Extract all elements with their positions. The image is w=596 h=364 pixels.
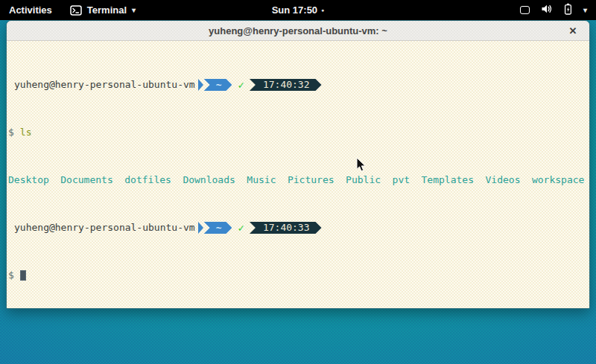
prompt-cwd-segment: ~ [204,79,232,91]
directory-name: Pictures [288,174,335,186]
prompt-time: 17:40:33 [263,222,310,234]
window-titlebar[interactable]: yuheng@henry-personal-ubuntu-vm: ~ ✕ [7,21,589,41]
prompt-cwd-segment: ~ [204,222,232,234]
terminal-app-icon [70,5,82,16]
directory-name: dotfiles [124,174,171,186]
prompt-line-2: yuheng@henry-personal-ubuntu-vm ~ ✓ 17:4… [8,222,588,234]
battery-charging-icon [564,3,572,17]
gnome-top-bar: Activities Terminal ▾ Sun 17:50 ● [0,0,596,20]
terminal-window: yuheng@henry-personal-ubuntu-vm: ~ ✕ yuh… [6,20,590,309]
notification-dot-icon: ● [321,7,324,13]
prompt-cwd: ~ [216,79,222,91]
window-title: yuheng@henry-personal-ubuntu-vm: ~ [209,25,387,36]
directory-name: Desktop [8,174,49,186]
directory-name: Documents [60,174,112,186]
activities-label: Activities [9,4,52,16]
prompt-time: 17:40:32 [263,79,310,91]
prompt-time-segment: 17:40:33 [250,222,322,234]
clock-button[interactable]: Sun 17:50 ● [272,4,325,16]
activities-button[interactable]: Activities [0,0,63,20]
directory-name: Templates [422,174,474,186]
input-line: $ [8,269,588,281]
system-tray-menu[interactable]: ▾ [520,0,596,20]
ls-output-line: Desktop Documents dotfiles Downloads Mus… [8,174,588,186]
terminal-content[interactable]: yuheng@henry-personal-ubuntu-vm ~ ✓ 17:4… [7,41,589,309]
volume-icon [541,4,553,16]
command-line: $ ls [8,127,588,138]
display-icon [520,6,530,14]
directory-name: Downloads [183,174,235,186]
directory-name: Public [346,174,381,186]
prompt-user-host: yuheng@henry-personal-ubuntu-vm [14,222,195,234]
clock-label: Sun 17:50 [272,4,317,16]
directory-name: pvt [393,174,410,186]
tray-chevron-down-icon: ▾ [583,7,587,14]
directory-name: Music [247,174,276,186]
powerline-arrow-icon [198,79,203,91]
prompt-symbol: $ [8,127,14,138]
close-icon[interactable]: ✕ [565,21,581,41]
prompt-symbol: $ [8,269,14,281]
prompt-cwd: ~ [216,222,222,234]
status-check-icon: ✓ [238,222,244,234]
directory-name: Videos [486,174,521,186]
terminal-cursor [20,270,26,281]
powerline-arrow-icon [198,222,203,234]
status-check-icon: ✓ [238,79,244,91]
command-text: ls [20,127,32,138]
prompt-time-segment: 17:40:32 [250,79,322,91]
prompt-line-1: yuheng@henry-personal-ubuntu-vm ~ ✓ 17:4… [8,79,588,91]
app-menu-terminal[interactable]: Terminal ▾ [63,0,143,20]
directory-name: workspace [532,174,584,186]
app-menu-label: Terminal [87,4,127,16]
prompt-user-host: yuheng@henry-personal-ubuntu-vm [14,79,195,91]
chevron-down-icon: ▾ [132,7,136,14]
